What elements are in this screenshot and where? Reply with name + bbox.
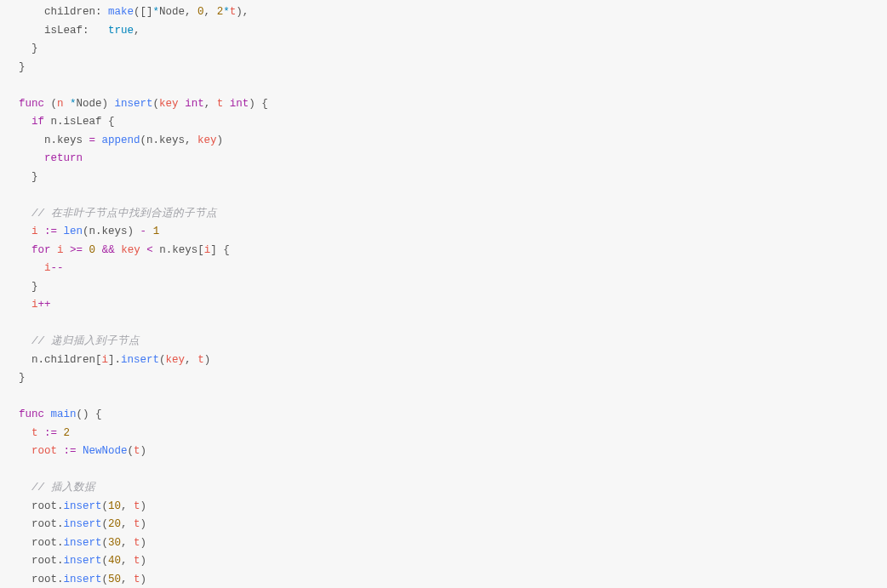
- code-token: }: [31, 43, 38, 54]
- code-line: root.insert(40, t): [19, 552, 887, 571]
- code-line: root.insert(20, t): [19, 516, 887, 534]
- code-token: (: [44, 98, 57, 110]
- code-token: ): [140, 555, 147, 567]
- code-token: n: [57, 98, 70, 110]
- code-token: [77, 445, 83, 457]
- code-token: () {: [77, 408, 102, 420]
- code-token: (n.keys,: [140, 134, 198, 146]
- code-token: ): [140, 518, 147, 530]
- code-line: [19, 186, 887, 205]
- code-token: <: [146, 244, 153, 256]
- code-token: :=: [44, 225, 57, 237]
- code-token: n.isLeaf {: [44, 116, 115, 128]
- code-line: t := 2: [19, 425, 887, 443]
- code-token: n.keys: [44, 134, 89, 146]
- code-token: key: [197, 134, 217, 146]
- code-token: :=: [64, 445, 77, 457]
- code-token: 50: [108, 574, 121, 585]
- code-token: }: [31, 281, 38, 293]
- code-token: &&: [102, 244, 115, 256]
- code-token: [51, 244, 58, 256]
- code-token: }: [19, 61, 26, 73]
- code-token: (n.keys): [83, 225, 140, 237]
- code-token: (: [102, 574, 109, 585]
- code-token: ): [140, 445, 147, 457]
- code-token: root.: [31, 500, 64, 512]
- code-line: isLeaf: true,: [19, 22, 887, 41]
- code-line: [19, 77, 887, 95]
- code-token: 0: [89, 244, 96, 256]
- code-token: (: [159, 354, 166, 366]
- code-token: (: [153, 98, 160, 110]
- code-token: 0: [197, 6, 204, 18]
- code-token: (: [128, 445, 134, 457]
- code-token: (: [102, 518, 109, 530]
- code-token: ,: [121, 537, 134, 549]
- code-token: [95, 244, 102, 256]
- code-token: func: [19, 98, 44, 110]
- code-token: ),: [236, 6, 249, 18]
- code-token: ): [140, 537, 147, 549]
- code-token: 1: [153, 225, 160, 237]
- code-token: ([]: [134, 6, 153, 18]
- code-token: key: [121, 244, 146, 256]
- code-token: (: [102, 500, 109, 512]
- code-token: -: [140, 225, 147, 237]
- code-token: insert: [64, 555, 102, 567]
- code-line: }: [19, 59, 887, 77]
- code-line: }: [19, 369, 887, 388]
- code-line: }: [19, 168, 887, 187]
- code-token: insert: [64, 518, 102, 530]
- code-token: insert: [64, 574, 102, 585]
- code-line: n.children[i].insert(key, t): [19, 351, 887, 370]
- code-token: root.: [31, 555, 64, 567]
- code-token: t: [134, 555, 140, 567]
- code-line: return: [19, 150, 887, 168]
- code-token: // 递归插入到子节点: [31, 335, 140, 347]
- code-token: for: [31, 244, 51, 256]
- code-token: insert: [64, 537, 102, 549]
- code-token: i: [44, 262, 51, 274]
- code-token: }: [19, 372, 26, 384]
- code-token: ): [140, 574, 147, 585]
- code-line: root := NewNode(t): [19, 442, 887, 461]
- code-token: t: [31, 427, 44, 439]
- code-line: if n.isLeaf {: [19, 113, 887, 132]
- code-token: main: [51, 408, 77, 420]
- code-token: n.keys[: [153, 244, 204, 256]
- code-token: :=: [44, 427, 57, 439]
- code-token: i: [31, 299, 38, 311]
- code-token: t: [134, 574, 140, 585]
- code-token: int: [185, 98, 204, 110]
- code-token: ,: [204, 6, 217, 18]
- code-token: ,: [204, 98, 217, 110]
- code-line: i--: [19, 260, 887, 278]
- code-token: [57, 225, 64, 237]
- code-token: ] {: [210, 244, 230, 256]
- code-token: // 插入数据: [31, 482, 95, 494]
- code-token: i: [102, 354, 109, 366]
- code-line: i++: [19, 296, 887, 315]
- code-token: NewNode: [83, 445, 128, 457]
- code-token: t: [134, 518, 140, 530]
- code-token: ,: [121, 555, 134, 567]
- code-token: (: [102, 555, 109, 567]
- code-token: Node,: [159, 6, 197, 18]
- code-token: key: [159, 98, 185, 110]
- code-token: t: [134, 445, 140, 457]
- code-token: [146, 225, 153, 237]
- code-token: ): [217, 134, 224, 146]
- code-token: true: [108, 25, 134, 37]
- code-token: insert: [115, 98, 153, 110]
- code-token: [57, 427, 64, 439]
- code-token: t: [134, 537, 140, 549]
- code-line: i := len(n.keys) - 1: [19, 223, 887, 242]
- code-token: i: [31, 225, 44, 237]
- code-token: insert: [64, 500, 102, 512]
- code-token: t: [134, 500, 140, 512]
- code-token: return: [44, 152, 83, 164]
- code-token: --: [51, 262, 64, 274]
- code-token: [95, 134, 102, 146]
- code-token: 2: [64, 427, 71, 439]
- code-token: ,: [121, 500, 134, 512]
